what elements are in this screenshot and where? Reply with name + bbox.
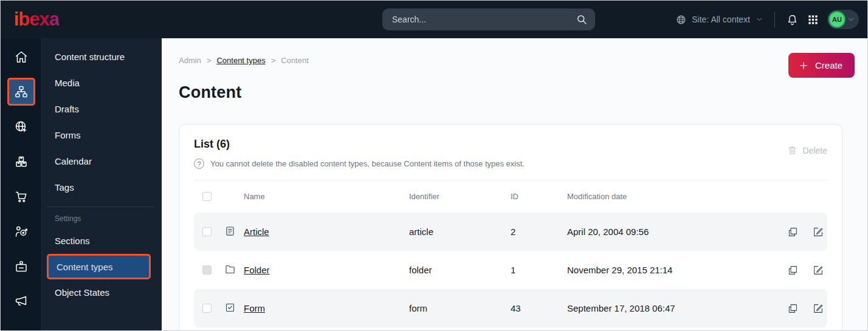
ibexa-admin-screen: ibexa Site: All context — [0, 0, 868, 331]
breadcrumb-item-admin: Admin — [179, 56, 201, 65]
search-input[interactable] — [392, 15, 576, 24]
delete-button[interactable]: Delete — [787, 145, 827, 155]
column-header-id: ID — [511, 192, 567, 201]
breadcrumb-separator: > — [271, 56, 276, 65]
menu-section-settings: Settings — [42, 210, 162, 228]
delete-button-label: Delete — [803, 146, 827, 155]
column-header-name: Name — [244, 192, 409, 201]
ibexa-logo[interactable]: ibexa — [14, 9, 59, 30]
cell-identifier: article — [409, 227, 511, 237]
list-title: List (6) — [194, 138, 827, 151]
form-icon — [224, 302, 244, 315]
app-grid-icon[interactable] — [807, 14, 819, 26]
breadcrumb-separator: > — [207, 56, 212, 65]
id-badge-icon — [14, 259, 29, 274]
create-button[interactable]: Create — [788, 53, 855, 78]
active-nav-highlight — [7, 78, 35, 106]
table-row: Article article 2 April 20, 2004 09:56 — [194, 213, 827, 251]
cell-identifier: form — [409, 303, 511, 313]
row-checkbox[interactable] — [202, 227, 212, 236]
avatar: AU — [828, 11, 846, 28]
menu-divider — [47, 206, 154, 207]
row-actions — [775, 265, 827, 276]
breadcrumb: Admin > Content types > Content — [179, 56, 855, 65]
breadcrumb-item-content: Content — [281, 56, 309, 65]
help-icon: ? — [194, 159, 204, 169]
folder-icon — [224, 264, 244, 277]
trash-icon — [787, 145, 797, 155]
edit-icon[interactable] — [813, 265, 824, 276]
cell-id: 2 — [511, 227, 567, 237]
nav-marketing[interactable] — [1, 284, 41, 319]
content-type-link[interactable]: Form — [244, 303, 265, 313]
topbar: ibexa Site: All context — [1, 1, 867, 38]
nav-products[interactable] — [1, 145, 41, 180]
row-checkbox-disabled — [202, 265, 212, 275]
page-title: Content — [179, 83, 855, 102]
row-checkbox[interactable] — [202, 304, 212, 313]
personalization-target-icon — [14, 224, 29, 239]
globe-icon — [675, 14, 687, 26]
cell-modification-date: September 17, 2018 06:47 — [567, 303, 775, 313]
edit-icon[interactable] — [813, 227, 824, 237]
create-button-label: Create — [815, 60, 842, 70]
menu-item-sections[interactable]: Sections — [42, 228, 162, 254]
menu-item-tags[interactable]: Tags — [42, 174, 162, 200]
column-header-identifier: Identifier — [409, 192, 511, 201]
main-nav-rail — [1, 38, 41, 331]
menu-item-drafts[interactable]: Drafts — [42, 96, 162, 122]
notifications-bell-icon[interactable] — [786, 13, 799, 26]
topbar-divider — [774, 12, 775, 27]
help-row: ? You cannot delete the disabled content… — [194, 159, 827, 169]
cell-identifier: folder — [409, 265, 511, 275]
chevron-down-icon — [847, 15, 855, 24]
menu-item-object-states[interactable]: Object States — [42, 279, 162, 305]
product-boxes-icon — [14, 154, 29, 169]
copy-icon[interactable] — [787, 303, 798, 314]
column-header-modification-date: Modification date — [567, 192, 775, 201]
menu-item-content-types[interactable]: Content types — [47, 254, 151, 279]
table-header-row: Name Identifier ID Modification date — [194, 180, 827, 213]
megaphone-icon — [14, 294, 29, 309]
row-actions — [775, 227, 827, 237]
user-menu[interactable]: AU — [827, 10, 859, 29]
copy-icon[interactable] — [787, 227, 798, 237]
home-icon — [14, 50, 29, 64]
site-context-selector[interactable]: Site: All context — [675, 14, 763, 26]
menu-item-forms[interactable]: Forms — [42, 122, 162, 148]
content-type-link[interactable]: Folder — [244, 265, 270, 275]
cart-icon — [14, 189, 29, 204]
help-text: You cannot delete the disabled content t… — [210, 159, 525, 168]
topbar-right: Site: All context AU — [675, 1, 859, 38]
article-icon — [224, 225, 244, 239]
table-row: Form form 43 September 17, 2018 06:47 — [194, 289, 827, 327]
cell-id: 1 — [511, 265, 567, 275]
nav-content-structure-active[interactable] — [1, 75, 41, 110]
chevron-down-icon — [755, 15, 763, 24]
copy-icon[interactable] — [787, 265, 798, 276]
nav-dashboard[interactable] — [1, 39, 41, 75]
main-content: Admin > Content types > Content Content … — [162, 38, 868, 331]
content-type-link[interactable]: Article — [244, 227, 269, 237]
site-globe-cursor-icon — [14, 120, 29, 134]
site-context-label: Site: All context — [692, 15, 750, 24]
content-types-list-card: List (6) ? You cannot delete the disable… — [179, 124, 842, 331]
breadcrumb-item-content-types[interactable]: Content types — [216, 56, 265, 65]
nav-corporate[interactable] — [1, 249, 41, 284]
menu-item-calendar[interactable]: Calendar — [42, 148, 162, 174]
cell-id: 43 — [511, 303, 567, 313]
search-icon[interactable] — [576, 13, 588, 26]
secondary-menu: Content structure Media Drafts Forms Cal… — [41, 38, 162, 331]
row-actions — [775, 303, 827, 314]
card-header: List (6) ? You cannot delete the disable… — [194, 138, 827, 180]
nav-personalization[interactable] — [1, 214, 41, 250]
menu-item-content-structure[interactable]: Content structure — [42, 44, 162, 70]
global-search — [382, 9, 595, 30]
nav-site[interactable] — [1, 109, 41, 145]
nav-commerce[interactable] — [1, 179, 41, 214]
table-row: Folder folder 1 November 29, 2015 21:14 — [194, 251, 827, 289]
edit-icon[interactable] — [813, 303, 824, 314]
content-structure-icon — [14, 84, 29, 99]
select-all-checkbox[interactable] — [202, 192, 212, 201]
menu-item-media[interactable]: Media — [42, 70, 162, 96]
